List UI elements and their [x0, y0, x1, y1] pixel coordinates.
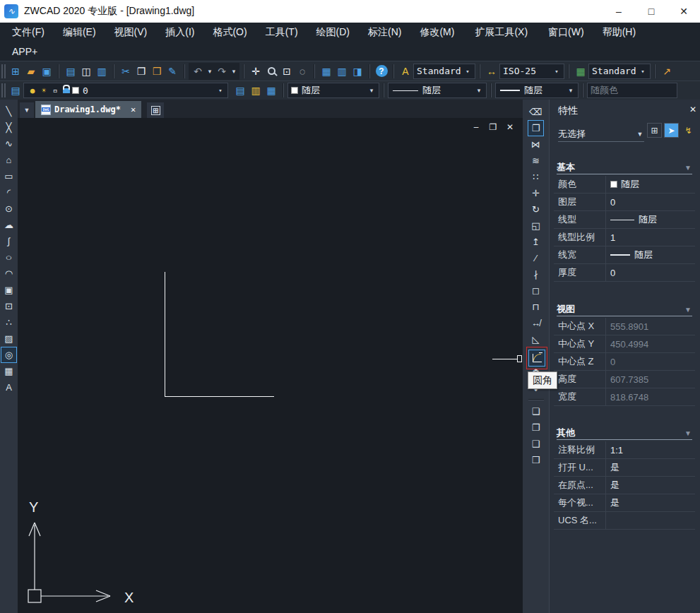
toggle-pickadd-icon[interactable]: ↯	[681, 123, 696, 138]
section-view-header[interactable]: 视图 ▼	[557, 303, 692, 316]
donut-icon[interactable]: ◎	[1, 347, 17, 363]
copy-object-icon[interactable]: ❐	[528, 120, 544, 136]
dim-style-select[interactable]: ISO-25▾	[499, 64, 564, 79]
new-file-icon[interactable]: ⊞	[8, 64, 23, 79]
layer-manager-icon[interactable]: ▤	[8, 83, 23, 98]
polygon-icon[interactable]: ⌂	[1, 152, 17, 168]
minimize-button[interactable]: –	[603, 0, 635, 23]
move-icon[interactable]: ✛	[528, 185, 544, 201]
stretch-icon[interactable]: ↥	[528, 234, 544, 250]
annotation-scale-value[interactable]: 1:1	[605, 441, 695, 458]
lineweight-select[interactable]: 随层 ▾	[495, 83, 579, 98]
print-preview-icon[interactable]: ◫	[78, 64, 94, 79]
layer-translate-icon[interactable]: ▦	[263, 83, 279, 98]
break-icon[interactable]: ↮	[528, 315, 544, 331]
thickness-value[interactable]: 0	[605, 264, 695, 281]
collapse-icon[interactable]: ▼	[684, 164, 692, 172]
dim-style-icon[interactable]: ↔	[484, 64, 499, 79]
doc-close-icon[interactable]: ✕	[504, 122, 516, 132]
polyline-icon[interactable]: ∿	[1, 136, 17, 152]
layer-freeze-icon[interactable]: ☀	[38, 83, 49, 98]
menu-file[interactable]: 文件(F)	[3, 23, 54, 42]
plot-icon[interactable]: ▥	[94, 64, 109, 79]
color-value[interactable]: 随层	[605, 176, 695, 193]
color-select[interactable]: 随层 ▾	[287, 83, 379, 98]
match-properties-icon[interactable]: ✎	[165, 64, 180, 79]
collapse-icon[interactable]: ▼	[684, 429, 692, 437]
construction-line-icon[interactable]: ╳	[1, 119, 17, 136]
arc-icon[interactable]: ◜	[1, 184, 17, 201]
linetype-select[interactable]: 随层 ▾	[388, 83, 487, 98]
layer-states-icon[interactable]: ▥	[248, 83, 263, 98]
zoom-realtime-icon[interactable]	[263, 64, 279, 79]
collapse-icon[interactable]: ▼	[684, 306, 692, 314]
send-under-icon[interactable]: ❒	[528, 452, 544, 468]
menu-format[interactable]: 格式(O)	[203, 23, 256, 42]
plot-style-select[interactable]: 随颜色	[587, 83, 677, 98]
table-icon[interactable]: ▦	[1, 363, 17, 379]
mirror-icon[interactable]: ⋈	[528, 136, 544, 153]
quick-select-icon[interactable]: ⊞	[647, 123, 662, 138]
zoom-window-icon[interactable]: ⊡	[279, 64, 295, 79]
maximize-button[interactable]: □	[635, 0, 668, 23]
extend-icon[interactable]: ◻	[528, 282, 544, 299]
mtext-icon[interactable]: A	[1, 379, 17, 395]
ellipse-arc-icon[interactable]: ◠	[1, 266, 17, 282]
bring-to-front-icon[interactable]: ❏	[528, 403, 544, 419]
linetype-value[interactable]: 随层	[605, 211, 695, 228]
erase-icon[interactable]: ⌫	[528, 104, 544, 120]
pan-icon[interactable]: ✛	[248, 64, 263, 79]
line-icon[interactable]: ╲	[1, 103, 17, 119]
lengthen-icon[interactable]: ∕	[528, 250, 544, 266]
tab-close-icon[interactable]: ✕	[131, 105, 136, 114]
distance-icon[interactable]: ▦	[319, 64, 334, 79]
circle-icon[interactable]: ⊙	[1, 201, 17, 217]
layer-previous-icon[interactable]: ▤	[232, 83, 248, 98]
make-block-icon[interactable]: ⊡	[1, 298, 17, 314]
copy-icon[interactable]: ❐	[134, 64, 149, 79]
tab-drawing1[interactable]: DWG Drawing1.dwg* ✕	[35, 101, 141, 118]
rotate-icon[interactable]: ↻	[528, 201, 544, 218]
spline-icon[interactable]: ∫	[1, 233, 17, 249]
selection-filter-select[interactable]: 无选择 ▼	[558, 126, 644, 142]
close-button[interactable]: ✕	[668, 0, 700, 23]
text-style-select[interactable]: Standard▾	[413, 64, 475, 79]
panel-close-icon[interactable]: ✕	[689, 105, 696, 114]
menu-dimension[interactable]: 标注(N)	[359, 23, 410, 42]
undo-icon[interactable]: ↶	[190, 64, 206, 79]
send-to-back-icon[interactable]: ❐	[528, 419, 544, 436]
doc-minimize-icon[interactable]: –	[470, 122, 482, 132]
ellipse-icon[interactable]: ○	[0, 249, 19, 266]
scale-icon[interactable]: ◱	[528, 218, 544, 234]
print-icon[interactable]: ▤	[63, 64, 78, 79]
chamfer-icon[interactable]: ◺	[528, 331, 544, 347]
layer-plot-icon[interactable]: ▫	[49, 83, 61, 98]
layer-on-icon[interactable]: ●	[27, 83, 38, 98]
fillet-button[interactable]	[528, 350, 545, 367]
ucs-name-value[interactable]	[605, 512, 695, 529]
redo-dropdown-icon[interactable]: ▾	[230, 68, 238, 75]
section-basic-header[interactable]: 基本 ▼	[557, 161, 692, 174]
menu-view[interactable]: 视图(V)	[105, 23, 157, 42]
layer-unlock-icon[interactable]	[63, 88, 70, 93]
text-style-icon[interactable]: A	[398, 64, 413, 79]
layer-select[interactable]: ● ☀ ▫ 0 ▾	[23, 83, 228, 98]
tab-list-dropdown-icon[interactable]: ▼	[20, 102, 34, 118]
menu-help[interactable]: 帮助(H)	[593, 23, 645, 42]
select-objects-icon[interactable]: ➤	[664, 123, 679, 138]
array-icon[interactable]: ∷	[528, 169, 544, 185]
section-other-header[interactable]: 其他 ▼	[557, 427, 692, 440]
menu-app-plus[interactable]: APP+	[3, 42, 47, 61]
offset-icon[interactable]: ≋	[528, 153, 544, 169]
layout-icon[interactable]: ▥	[334, 64, 350, 79]
help-icon[interactable]: ?	[374, 64, 389, 79]
menu-edit[interactable]: 编辑(E)	[54, 23, 105, 42]
point-icon[interactable]: ∴	[1, 314, 17, 331]
menu-insert[interactable]: 插入(I)	[156, 23, 203, 42]
break-at-point-icon[interactable]: ⊓	[528, 299, 544, 315]
table-style-select[interactable]: Standard▾	[588, 64, 651, 79]
new-tab-button[interactable]: ⊞	[147, 102, 164, 118]
paste-icon[interactable]: ❒	[149, 64, 165, 79]
save-icon[interactable]: ▣	[39, 64, 54, 79]
rectangle-icon[interactable]: ▭	[1, 168, 17, 184]
